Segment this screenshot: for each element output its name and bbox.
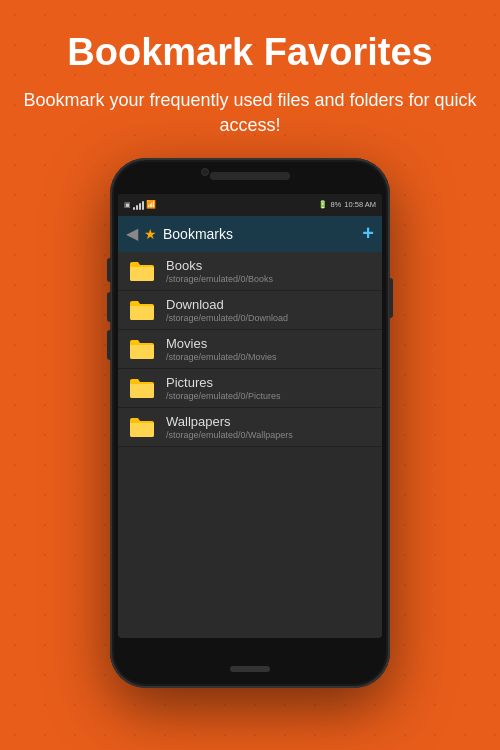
list-item[interactable]: Books /storage/emulated/0/Books [118, 252, 382, 291]
bar1 [133, 207, 135, 210]
home-bar[interactable] [230, 666, 270, 672]
item-name: Download [166, 297, 288, 312]
wifi-icon: 📶 [146, 200, 156, 209]
signal-bars [133, 200, 144, 210]
folder-icon [128, 259, 156, 283]
folder-icon [128, 415, 156, 439]
list-item[interactable]: Wallpapers /storage/emulated/0/Wallpaper… [118, 408, 382, 447]
add-bookmark-button[interactable]: + [362, 222, 374, 245]
list-item[interactable]: Download /storage/emulated/0/Download [118, 291, 382, 330]
bar3 [139, 203, 141, 210]
bar2 [136, 205, 138, 210]
item-text: Movies /storage/emulated/0/Movies [166, 336, 277, 362]
page-wrapper: Bookmark Favorites Bookmark your frequen… [0, 0, 500, 750]
list-item[interactable]: Pictures /storage/emulated/0/Pictures [118, 369, 382, 408]
app-bar-title: Bookmarks [163, 226, 362, 242]
phone-frame: ▣ 📶 🔋 8% 10:58 AM [110, 158, 390, 688]
subtitle: Bookmark your frequently used files and … [20, 88, 480, 138]
battery-icon: 🔋 [318, 200, 327, 209]
camera-lens [201, 168, 209, 176]
folder-icon [128, 376, 156, 400]
item-name: Pictures [166, 375, 281, 390]
item-path: /storage/emulated/0/Download [166, 313, 288, 323]
phone-screen: ▣ 📶 🔋 8% 10:58 AM [118, 194, 382, 638]
bookmark-list: Books /storage/emulated/0/Books D [118, 252, 382, 447]
header-section: Bookmark Favorites Bookmark your frequen… [0, 0, 500, 148]
bookmark-star-icon: ★ [144, 226, 157, 242]
status-left-icons: ▣ 📶 [124, 200, 156, 210]
item-path: /storage/emulated/0/Movies [166, 352, 277, 362]
item-name: Books [166, 258, 273, 273]
volume-down-button [107, 292, 111, 322]
phone-container: ▣ 📶 🔋 8% 10:58 AM [110, 158, 390, 688]
item-text: Download /storage/emulated/0/Download [166, 297, 288, 323]
status-bar: ▣ 📶 🔋 8% 10:58 AM [118, 194, 382, 216]
app-bar: ◀ ★ Bookmarks + [118, 216, 382, 252]
speaker-grille [210, 172, 290, 180]
extra-button [107, 330, 111, 360]
list-item[interactable]: Movies /storage/emulated/0/Movies [118, 330, 382, 369]
item-name: Wallpapers [166, 414, 293, 429]
item-path: /storage/emulated/0/Wallpapers [166, 430, 293, 440]
main-title: Bookmark Favorites [20, 30, 480, 76]
item-name: Movies [166, 336, 277, 351]
item-path: /storage/emulated/0/Books [166, 274, 273, 284]
folder-icon [128, 298, 156, 322]
volume-up-button [107, 258, 111, 282]
item-text: Books /storage/emulated/0/Books [166, 258, 273, 284]
sim-icon: ▣ [124, 201, 131, 209]
time-display: 10:58 AM [344, 200, 376, 209]
bar4 [142, 201, 144, 210]
folder-icon [128, 337, 156, 361]
item-path: /storage/emulated/0/Pictures [166, 391, 281, 401]
power-button [389, 278, 393, 318]
item-text: Pictures /storage/emulated/0/Pictures [166, 375, 281, 401]
back-arrow-icon[interactable]: ◀ [126, 224, 138, 243]
item-text: Wallpapers /storage/emulated/0/Wallpaper… [166, 414, 293, 440]
status-right: 🔋 8% 10:58 AM [318, 200, 376, 209]
battery-percent: 8% [330, 200, 341, 209]
